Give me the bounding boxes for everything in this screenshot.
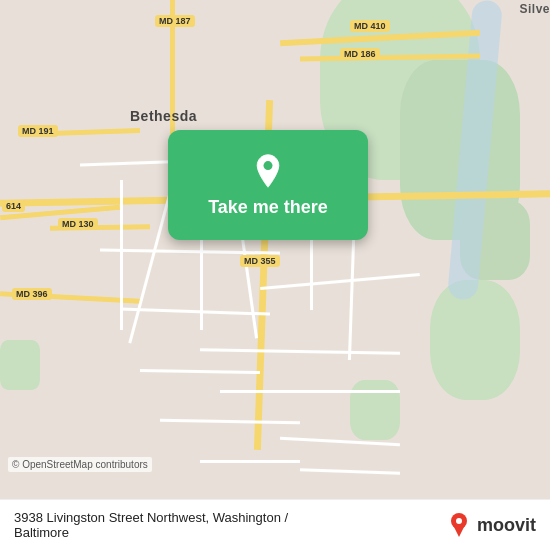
road-label-md355: MD 355 <box>240 255 280 267</box>
svg-point-3 <box>456 518 462 524</box>
cta-label: Take me there <box>208 197 328 218</box>
road-label-md410: MD 410 <box>350 20 390 32</box>
svg-marker-2 <box>453 525 465 537</box>
map-container: MD 187 MD 410 MD 191 MD 186 614 MD 130 M… <box>0 0 550 550</box>
road-label-md187: MD 187 <box>155 15 195 27</box>
city-label-silver-spring: Silve <box>519 2 550 16</box>
osm-credit: © OpenStreetMap contributors <box>8 457 152 472</box>
moovit-brand-text: moovit <box>477 515 536 536</box>
address-line2: Baltimore <box>14 525 288 540</box>
bottom-bar: 3938 Livingston Street Northwest, Washin… <box>0 499 550 550</box>
moovit-icon <box>445 511 473 539</box>
address-section: 3938 Livingston Street Northwest, Washin… <box>14 510 288 540</box>
svg-point-0 <box>264 161 273 170</box>
road-label-md396: MD 396 <box>12 288 52 300</box>
road-label-md191: MD 191 <box>18 125 58 137</box>
take-me-there-button[interactable]: Take me there <box>168 130 368 240</box>
road-label-md130: MD 130 <box>58 218 98 230</box>
address-line1: 3938 Livingston Street Northwest, Washin… <box>14 510 288 525</box>
location-pin-icon <box>250 153 286 189</box>
road-label-614: 614 <box>2 200 25 212</box>
road-label-md186: MD 186 <box>340 48 380 60</box>
city-label-bethesda: Bethesda <box>130 108 197 124</box>
moovit-logo: moovit <box>445 511 536 539</box>
